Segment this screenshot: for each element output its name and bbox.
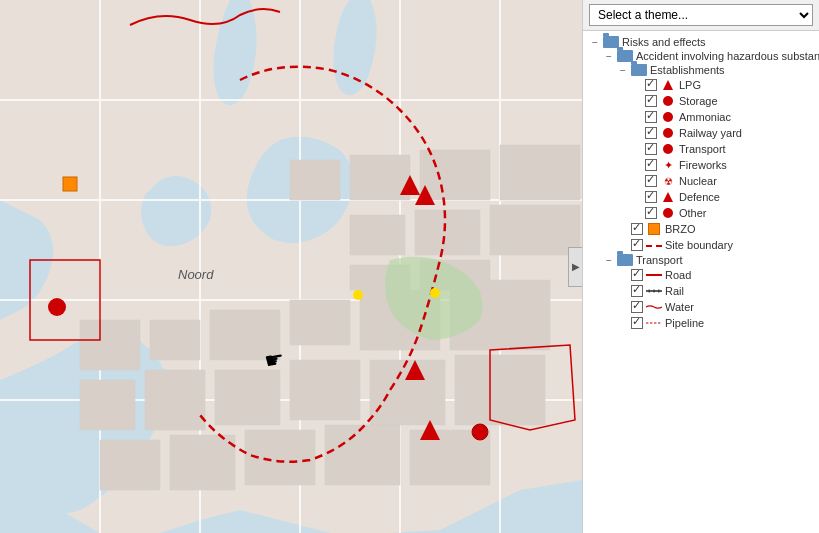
expand-transport-icon[interactable] bbox=[603, 254, 615, 266]
expand-establishments-icon[interactable] bbox=[617, 64, 629, 76]
svg-point-44 bbox=[430, 288, 440, 298]
checkbox-defence[interactable] bbox=[645, 191, 657, 203]
risks-label: Risks and effects bbox=[622, 36, 706, 48]
legend-nuclear: ☢ bbox=[660, 174, 676, 188]
expand-risks-icon[interactable] bbox=[589, 36, 601, 48]
svg-rect-30 bbox=[500, 145, 580, 200]
checkbox-transport-leaf[interactable] bbox=[645, 143, 657, 155]
checkbox-rail[interactable] bbox=[631, 285, 643, 297]
checkbox-fireworks[interactable] bbox=[645, 159, 657, 171]
svg-rect-17 bbox=[145, 370, 205, 430]
transport-leaf-label: Transport bbox=[679, 143, 726, 155]
legend-lpg bbox=[660, 78, 676, 92]
checkbox-storage[interactable] bbox=[645, 95, 657, 107]
tree-item-defence[interactable]: Defence bbox=[585, 189, 817, 205]
checkbox-brzo[interactable] bbox=[631, 223, 643, 235]
svg-rect-13 bbox=[290, 300, 350, 345]
folder-icon-establishments bbox=[631, 64, 647, 76]
legend-ammoniac bbox=[660, 110, 676, 124]
road-label: Road bbox=[665, 269, 691, 281]
pipeline-label: Pipeline bbox=[665, 317, 704, 329]
svg-rect-20 bbox=[370, 360, 445, 425]
tree-item-fireworks[interactable]: ✦ Fireworks bbox=[585, 157, 817, 173]
svg-point-41 bbox=[48, 298, 66, 316]
transport-folder-label: Transport bbox=[636, 254, 683, 266]
panel-toggle-arrow[interactable]: ▶ bbox=[568, 247, 582, 287]
rail-label: Rail bbox=[665, 285, 684, 297]
railway-yard-label: Railway yard bbox=[679, 127, 742, 139]
establishments-label: Establishments bbox=[650, 64, 725, 76]
svg-rect-23 bbox=[170, 435, 235, 490]
tree-item-water[interactable]: Water bbox=[585, 299, 817, 315]
svg-rect-19 bbox=[290, 360, 360, 420]
folder-icon-transport bbox=[617, 254, 633, 266]
legend-storage bbox=[660, 94, 676, 108]
legend-transport-leaf bbox=[660, 142, 676, 156]
svg-rect-22 bbox=[100, 440, 160, 490]
legend-water bbox=[646, 300, 662, 314]
checkbox-site-boundary[interactable] bbox=[631, 239, 643, 251]
svg-rect-33 bbox=[490, 205, 580, 255]
theme-dropdown[interactable]: Select a theme...Risks and effectsTransp… bbox=[589, 4, 813, 26]
legend-road bbox=[646, 268, 662, 282]
svg-rect-10 bbox=[80, 320, 140, 370]
storage-label: Storage bbox=[679, 95, 718, 107]
svg-rect-16 bbox=[80, 380, 135, 430]
other-label: Other bbox=[679, 207, 707, 219]
theme-selector[interactable]: Select a theme...Risks and effectsTransp… bbox=[583, 0, 819, 31]
legend-defence bbox=[660, 190, 676, 204]
ammoniac-label: Ammoniac bbox=[679, 111, 731, 123]
legend-railway-yard bbox=[660, 126, 676, 140]
tree-item-accident[interactable]: Accident involving hazardous substances bbox=[585, 49, 817, 63]
tree-item-road[interactable]: Road bbox=[585, 267, 817, 283]
legend-panel: Select a theme...Risks and effectsTransp… bbox=[582, 0, 819, 533]
water-label: Water bbox=[665, 301, 694, 313]
checkbox-road[interactable] bbox=[631, 269, 643, 281]
tree-item-rail[interactable]: Rail bbox=[585, 283, 817, 299]
checkbox-nuclear[interactable] bbox=[645, 175, 657, 187]
tree-item-transport-leaf[interactable]: Transport bbox=[585, 141, 817, 157]
tree-item-transport-folder[interactable]: Transport bbox=[585, 253, 817, 267]
svg-rect-18 bbox=[215, 370, 280, 425]
tree-item-pipeline[interactable]: Pipeline bbox=[585, 315, 817, 331]
cursor-pointer: ☛ bbox=[263, 345, 287, 374]
legend-pipeline bbox=[646, 316, 662, 330]
svg-rect-29 bbox=[420, 150, 490, 200]
expand-accident-icon[interactable] bbox=[603, 50, 615, 62]
svg-rect-11 bbox=[150, 320, 200, 360]
brzo-label: BRZO bbox=[665, 223, 696, 235]
tree-item-lpg[interactable]: LPG bbox=[585, 77, 817, 93]
svg-rect-25 bbox=[325, 425, 400, 485]
checkbox-water[interactable] bbox=[631, 301, 643, 313]
legend-fireworks: ✦ bbox=[660, 158, 676, 172]
legend-rail bbox=[646, 284, 662, 298]
fireworks-label: Fireworks bbox=[679, 159, 727, 171]
svg-rect-42 bbox=[63, 177, 77, 191]
accident-label: Accident involving hazardous substances bbox=[636, 50, 819, 62]
lpg-label: LPG bbox=[679, 79, 701, 91]
svg-rect-31 bbox=[350, 215, 405, 255]
checkbox-lpg[interactable] bbox=[645, 79, 657, 91]
tree-item-establishments[interactable]: Establishments bbox=[585, 63, 817, 77]
tree-item-other[interactable]: Other bbox=[585, 205, 817, 221]
tree-item-ammoniac[interactable]: Ammoniac bbox=[585, 109, 817, 125]
checkbox-pipeline[interactable] bbox=[631, 317, 643, 329]
svg-rect-21 bbox=[455, 355, 545, 425]
site-boundary-label: Site boundary bbox=[665, 239, 733, 251]
nuclear-label: Nuclear bbox=[679, 175, 717, 187]
map-label: Noord bbox=[178, 267, 213, 282]
legend-other bbox=[660, 206, 676, 220]
checkbox-ammoniac[interactable] bbox=[645, 111, 657, 123]
defence-label: Defence bbox=[679, 191, 720, 203]
svg-point-45 bbox=[353, 290, 363, 300]
checkbox-other[interactable] bbox=[645, 207, 657, 219]
checkbox-railway-yard[interactable] bbox=[645, 127, 657, 139]
map-container[interactable]: Noord ☛ ▶ bbox=[0, 0, 582, 533]
svg-point-43 bbox=[472, 424, 488, 440]
tree-item-railway-yard[interactable]: Railway yard bbox=[585, 125, 817, 141]
tree-item-storage[interactable]: Storage bbox=[585, 93, 817, 109]
svg-rect-27 bbox=[290, 160, 340, 200]
tree-item-brzo[interactable]: BRZO bbox=[585, 221, 817, 237]
legend-site-boundary bbox=[646, 238, 662, 252]
tree-item-nuclear[interactable]: ☢ Nuclear bbox=[585, 173, 817, 189]
